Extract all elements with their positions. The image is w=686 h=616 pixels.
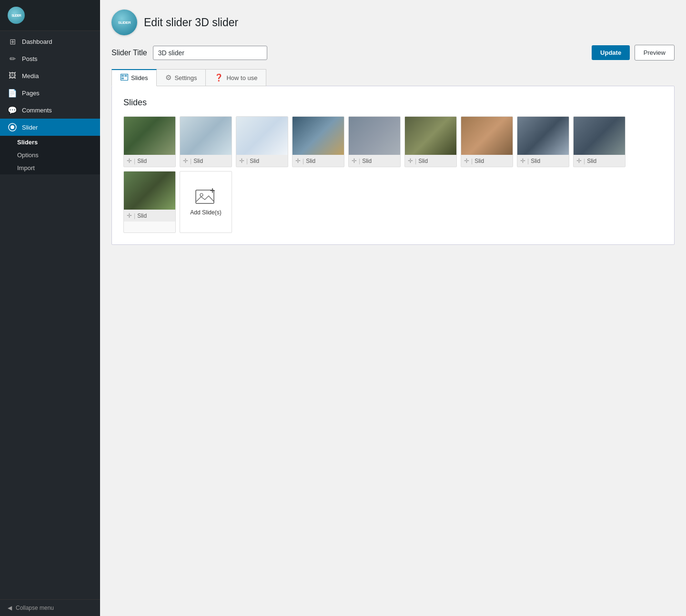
sidebar: SLIDER ⊞ Dashboard ✏ Posts 🖼 Media 📄 Pag… xyxy=(0,0,100,616)
slide-item-1[interactable]: ✛ | Slid xyxy=(123,116,176,167)
page-header: SLIDER Edit slider 3D slider xyxy=(111,10,675,35)
slide-move-icon-2[interactable]: ✛ xyxy=(183,157,188,164)
pages-icon: 📄 xyxy=(8,88,17,98)
tab-settings[interactable]: ⚙ Settings xyxy=(156,69,206,86)
add-slide-label: Add Slide(s) xyxy=(190,209,221,216)
svg-point-1 xyxy=(10,125,14,129)
slide-move-icon-7[interactable]: ✛ xyxy=(464,157,469,164)
slide-thumb-6 xyxy=(405,117,457,155)
media-icon: 🖼 xyxy=(8,71,17,81)
slide-item-9[interactable]: ✛ | Slid xyxy=(573,116,625,167)
slide-label-8: Slid xyxy=(531,158,540,164)
collapse-menu-button[interactable]: ◀ Collapse menu xyxy=(0,599,100,616)
slider-icon xyxy=(8,122,17,132)
slide-thumb-1 xyxy=(124,117,176,155)
add-slide-button[interactable]: Add Slide(s) xyxy=(180,171,232,233)
posts-icon: ✏ xyxy=(8,54,17,63)
slide-move-icon-8[interactable]: ✛ xyxy=(520,157,525,164)
slide-thumb-8 xyxy=(517,117,569,155)
add-slide-icon xyxy=(195,188,216,205)
sidebar-item-pages[interactable]: 📄 Pages xyxy=(0,84,100,101)
sidebar-item-dashboard-label: Dashboard xyxy=(22,38,52,45)
main-content: SLIDER Edit slider 3D slider Slider Titl… xyxy=(100,0,686,616)
sidebar-submenu-import[interactable]: Import xyxy=(0,162,100,174)
dashboard-icon: ⊞ xyxy=(8,37,17,46)
slide-item-4[interactable]: ✛ | Slid xyxy=(292,116,344,167)
slide-footer-4: ✛ | Slid xyxy=(293,155,344,167)
preview-button[interactable]: Preview xyxy=(635,45,675,61)
slide-item-5[interactable]: ✛ | Slid xyxy=(348,116,401,167)
slide-footer-10: ✛ | Slid xyxy=(124,210,175,222)
slide-thumb-3 xyxy=(236,117,288,155)
slide-label-10: Slid xyxy=(137,212,147,219)
sidebar-submenu: Sliders Options Import xyxy=(0,136,100,174)
sidebar-logo: SLIDER xyxy=(0,0,100,31)
sidebar-item-pages-label: Pages xyxy=(22,90,40,97)
slide-footer-9: ✛ | Slid xyxy=(574,155,625,167)
title-row: Slider Title Update Preview xyxy=(111,45,675,61)
slide-move-icon-3[interactable]: ✛ xyxy=(239,157,244,164)
svg-rect-5 xyxy=(121,78,124,80)
slide-move-icon-5[interactable]: ✛ xyxy=(352,157,357,164)
collapse-menu-label: Collapse menu xyxy=(16,605,54,611)
slider-title-input[interactable] xyxy=(153,46,267,60)
sidebar-item-dashboard[interactable]: ⊞ Dashboard xyxy=(0,33,100,50)
svg-rect-4 xyxy=(125,75,127,77)
slide-footer-8: ✛ | Slid xyxy=(517,155,569,167)
slide-move-icon-9[interactable]: ✛ xyxy=(576,157,582,164)
sidebar-item-comments-label: Comments xyxy=(22,107,52,114)
slide-move-icon-1[interactable]: ✛ xyxy=(127,157,132,164)
sidebar-item-comments[interactable]: 💬 Comments xyxy=(0,101,100,119)
tab-slides-label: Slides xyxy=(131,74,148,81)
title-row-left: Slider Title xyxy=(111,46,267,60)
comments-icon: 💬 xyxy=(8,105,17,115)
slide-move-icon-6[interactable]: ✛ xyxy=(408,157,413,164)
slide-move-icon-4[interactable]: ✛ xyxy=(295,157,301,164)
svg-point-7 xyxy=(200,193,203,196)
slide-footer-3: ✛ | Slid xyxy=(236,155,288,167)
slide-item-2[interactable]: ✛ | Slid xyxy=(180,116,232,167)
slide-label-5: Slid xyxy=(362,158,372,164)
slide-item-7[interactable]: ✛ | Slid xyxy=(461,116,513,167)
tab-how-to-use[interactable]: ❓ How to use xyxy=(205,69,266,86)
content-panel: Slides ✛ | Slid ✛ | Slid xyxy=(111,86,675,245)
slide-thumb-10 xyxy=(124,172,176,210)
sidebar-item-slider-label: Slider xyxy=(22,124,38,131)
sidebar-item-posts[interactable]: ✏ Posts xyxy=(0,50,100,67)
sidebar-item-posts-label: Posts xyxy=(22,55,38,62)
page-title: Edit slider 3D slider xyxy=(144,16,238,29)
slide-label-6: Slid xyxy=(418,158,428,164)
svg-rect-6 xyxy=(196,190,214,203)
slide-item-8[interactable]: ✛ | Slid xyxy=(517,116,569,167)
sidebar-item-media[interactable]: 🖼 Media xyxy=(0,67,100,84)
update-button[interactable]: Update xyxy=(592,45,630,60)
collapse-arrow-icon: ◀ xyxy=(8,605,12,611)
tab-slides[interactable]: Slides xyxy=(111,69,157,86)
svg-rect-3 xyxy=(121,75,124,77)
slide-footer-1: ✛ | Slid xyxy=(124,155,175,167)
slide-thumb-9 xyxy=(574,117,625,155)
slide-move-icon-10[interactable]: ✛ xyxy=(127,212,132,219)
tabs-row: Slides ⚙ Settings ❓ How to use xyxy=(111,69,675,86)
slide-thumb-5 xyxy=(349,117,401,155)
sidebar-submenu-options[interactable]: Options xyxy=(0,149,100,162)
how-to-use-tab-icon: ❓ xyxy=(214,73,223,82)
slide-item-10[interactable]: ✛ | Slid xyxy=(123,171,176,233)
slide-label-9: Slid xyxy=(587,158,596,164)
slide-footer-7: ✛ | Slid xyxy=(461,155,513,167)
slide-label-7: Slid xyxy=(474,158,484,164)
tab-how-to-use-label: How to use xyxy=(226,74,257,81)
slide-thumb-4 xyxy=(293,117,344,155)
slide-thumb-2 xyxy=(180,117,232,155)
sidebar-item-slider[interactable]: Slider xyxy=(0,119,100,136)
slide-footer-2: ✛ | Slid xyxy=(180,155,232,167)
slide-item-6[interactable]: ✛ | Slid xyxy=(404,116,457,167)
sidebar-submenu-sliders[interactable]: Sliders xyxy=(0,136,100,149)
slides-grid: ✛ | Slid ✛ | Slid ✛ | xyxy=(123,116,663,233)
tab-settings-label: Settings xyxy=(174,74,197,81)
slider-title-label: Slider Title xyxy=(111,49,147,57)
slide-footer-5: ✛ | Slid xyxy=(349,155,400,167)
slide-label-2: Slid xyxy=(193,158,203,164)
sidebar-navigation: ⊞ Dashboard ✏ Posts 🖼 Media 📄 Pages 💬 Co… xyxy=(0,31,100,599)
slide-item-3[interactable]: ✛ | Slid xyxy=(236,116,288,167)
